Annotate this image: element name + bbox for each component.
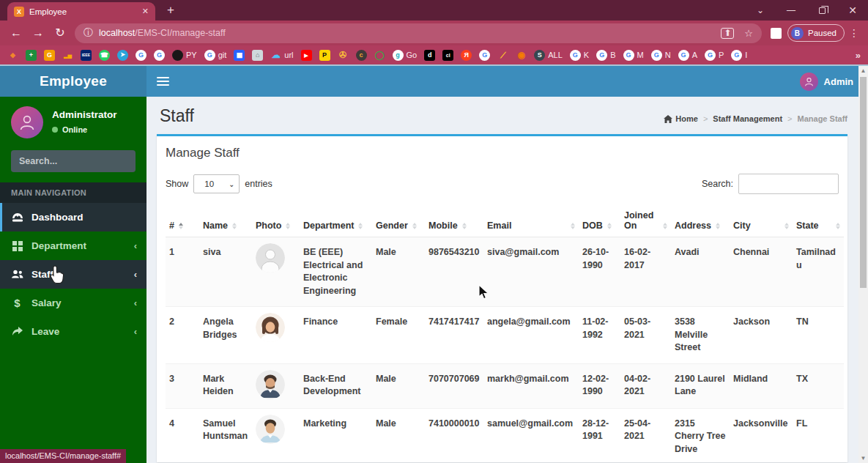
col-state[interactable]: State <box>793 204 844 237</box>
bookmark-item[interactable]: ◆ <box>7 50 18 61</box>
sort-icon[interactable] <box>179 223 183 231</box>
bookmark-item[interactable]: ▂▅ <box>62 50 73 61</box>
bookmark-item[interactable]: GA <box>678 50 697 61</box>
bookmark-item[interactable]: d <box>424 50 435 61</box>
bookmark-item[interactable]: SALL <box>534 50 563 61</box>
sort-icon[interactable] <box>571 223 575 231</box>
sort-icon[interactable] <box>836 223 840 231</box>
table-row[interactable]: 1 siva BE (EEE) Electrical and Electroni… <box>166 237 844 307</box>
sort-icon[interactable] <box>663 223 667 231</box>
bookmark-item[interactable]: ➤ <box>117 50 128 61</box>
col-gender[interactable]: Gender <box>372 204 425 237</box>
bookmark-item[interactable]: ▶ <box>301 50 312 61</box>
bookmark-item[interactable]: GN <box>651 50 671 61</box>
col-email[interactable]: Email <box>483 204 579 237</box>
bookmark-item[interactable]: c <box>356 50 367 61</box>
bookmark-item[interactable]: GB <box>596 50 615 61</box>
bookmark-item[interactable]: cl <box>442 50 453 61</box>
bookmark-item[interactable]: GM <box>623 50 644 61</box>
bookmark-item[interactable]: Я <box>461 50 472 61</box>
sidebar-toggle-icon[interactable] <box>157 77 169 86</box>
cell-address: 2190 Laurel Lane <box>671 363 730 408</box>
minimize-button[interactable]: — <box>776 0 806 21</box>
extension-paused-pill[interactable]: B Paused <box>787 24 845 42</box>
bookmark-item[interactable]: ☎ <box>99 50 110 61</box>
table-row[interactable]: 2 Angela Bridges Finance Female 74174174… <box>166 307 844 364</box>
bookmarks-overflow-icon[interactable]: » <box>856 50 861 61</box>
bookmark-item[interactable]: ▦ <box>234 50 245 61</box>
navbar-user-menu[interactable]: Admin <box>800 73 858 91</box>
bookmark-item[interactable]: G <box>154 50 165 61</box>
scroll-down-icon[interactable]: ▼ <box>861 453 867 463</box>
col-name[interactable]: Name <box>199 204 252 237</box>
sidebar-item-salary[interactable]: $ Salary ‹ <box>0 289 146 317</box>
reload-button[interactable]: ↻ <box>50 27 70 39</box>
breadcrumb-home[interactable]: Home <box>664 114 698 123</box>
bookmark-item[interactable]: PY <box>172 50 197 61</box>
col-rank[interactable]: # <box>166 204 199 237</box>
bookmark-item[interactable]: ☁url <box>270 50 293 61</box>
table-search-input[interactable] <box>738 174 839 194</box>
bookmark-item[interactable]: GI <box>731 50 747 61</box>
col-address[interactable]: Address <box>671 204 730 237</box>
sort-icon[interactable] <box>462 223 467 231</box>
breadcrumb-section[interactable]: Staff Management <box>713 114 782 123</box>
bookmark-item[interactable]: ✇ <box>338 50 349 61</box>
bookmark-item[interactable]: gGo <box>393 50 418 61</box>
close-button[interactable]: ✕ <box>837 0 868 21</box>
col-department[interactable]: Department <box>300 204 372 237</box>
bookmark-item[interactable]: IEEE <box>81 50 92 61</box>
sort-icon[interactable] <box>232 223 237 231</box>
sidebar-item-leave[interactable]: Leave ‹ <box>0 317 146 346</box>
cell-mobile: 7070707069 <box>425 363 483 408</box>
sort-icon[interactable] <box>412 223 417 231</box>
tab-close-icon[interactable]: ✕ <box>142 7 149 16</box>
bookmark-item[interactable]: ◯ <box>374 50 385 61</box>
table-row[interactable]: 3 Mark Heiden Back-End Development Male … <box>166 363 844 408</box>
new-tab-button[interactable]: + <box>167 3 174 18</box>
bookmark-item[interactable]: GK <box>570 50 589 61</box>
sort-icon[interactable] <box>286 223 290 231</box>
scrollbar-thumb[interactable] <box>860 77 867 288</box>
page-scrollbar[interactable]: ▲ ▼ <box>858 66 868 463</box>
bookmark-item[interactable]: Ggit <box>204 50 227 61</box>
bookmark-item[interactable]: GP <box>705 50 724 61</box>
browser-tab[interactable]: X Employee ✕ <box>7 2 155 21</box>
bookmark-item[interactable]: ◉ <box>516 50 527 61</box>
back-button[interactable]: ← <box>6 27 26 39</box>
sidebar-item-dashboard[interactable]: Dashboard <box>0 203 146 232</box>
sidebar-search[interactable] <box>11 150 136 172</box>
col-joined[interactable]: Joined On <box>620 204 671 237</box>
sort-icon[interactable] <box>358 223 363 231</box>
titlebar-chevron-icon[interactable]: ⌄ <box>745 0 776 21</box>
bookmark-item[interactable]: ⌂ <box>252 50 263 61</box>
bookmark-item[interactable]: G <box>44 50 55 61</box>
sidebar-search-input[interactable] <box>19 156 137 166</box>
col-photo[interactable]: Photo <box>252 204 300 237</box>
col-dob[interactable]: DOB <box>579 204 620 237</box>
sidebar-item-staff[interactable]: Staff ‹ <box>0 260 146 289</box>
restore-button[interactable] <box>806 0 837 21</box>
bookmark-item[interactable]: + <box>26 50 37 61</box>
extension-icon[interactable] <box>771 28 782 39</box>
site-info-icon[interactable]: ⓘ <box>84 26 93 40</box>
browser-menu-icon[interactable]: ⋮ <box>846 27 862 39</box>
bookmark-item[interactable]: P <box>319 50 330 61</box>
bookmark-item[interactable]: G <box>479 50 490 61</box>
sort-icon[interactable] <box>607 223 612 231</box>
share-icon[interactable]: ⬆ <box>721 28 734 39</box>
col-city[interactable]: City <box>730 204 793 237</box>
page-size-select[interactable]: 10 ⌄ <box>193 174 240 193</box>
bookmark-star-icon[interactable]: ☆ <box>744 28 753 39</box>
col-mobile[interactable]: Mobile <box>425 204 483 237</box>
sort-icon[interactable] <box>716 223 720 231</box>
bookmark-item[interactable]: ⟋ <box>497 50 508 61</box>
scroll-up-icon[interactable]: ▲ <box>861 66 867 75</box>
sidebar-item-department[interactable]: Department ‹ <box>0 232 146 260</box>
forward-button[interactable]: → <box>28 27 48 39</box>
address-bar[interactable]: ⓘ localhost/EMS-CI/manage-staff ⬆ ☆ <box>75 23 762 43</box>
table-row[interactable]: 4 Samuel Huntsman Marketing Male 7410000… <box>166 408 844 462</box>
bookmark-item[interactable]: G <box>136 50 146 61</box>
brand-logo[interactable]: Employee <box>0 66 146 97</box>
sort-icon[interactable] <box>784 223 789 231</box>
